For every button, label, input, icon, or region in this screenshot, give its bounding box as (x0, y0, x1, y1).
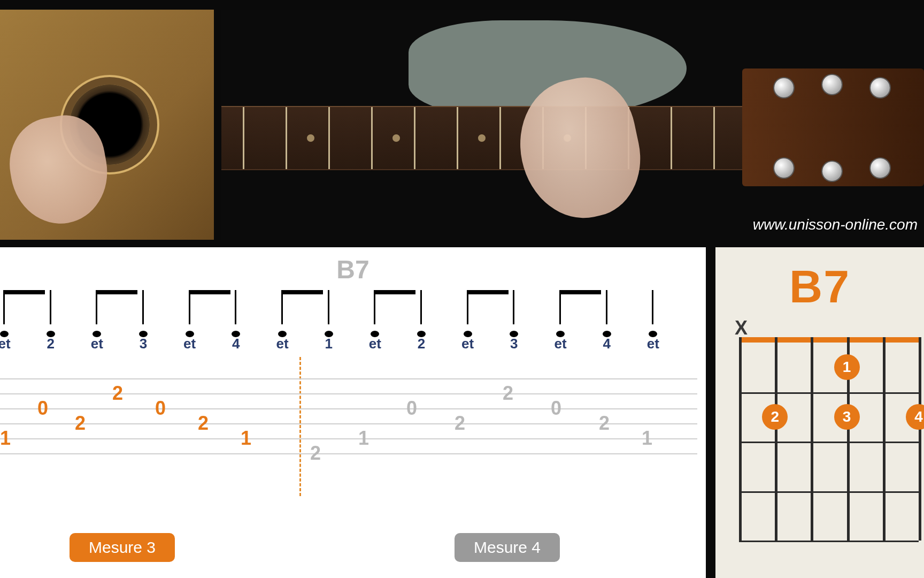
rhythm-notation: et2et3et4et1et2et3et4et (0, 290, 697, 349)
lesson-frame: www.unisson-online.com B7 et2et3et4et1et… (0, 0, 924, 578)
diagram-string (811, 337, 813, 541)
beat-count: et (359, 336, 391, 352)
tab-string-line (0, 378, 697, 379)
diagram-string (919, 337, 921, 541)
beat-count: et (174, 336, 206, 352)
beat-count: 1 (313, 336, 345, 352)
chord-diagram-panel: B7 X 1234 (715, 247, 924, 578)
fret-marker-dot (478, 134, 486, 142)
tab-fret-number: 2 (455, 412, 465, 435)
beat-count: et (0, 336, 20, 352)
beam (189, 290, 230, 294)
tab-string-line (0, 453, 697, 454)
current-chord-label: B7 (336, 255, 369, 284)
fret-marker-dot (307, 134, 314, 142)
diagram-fret (739, 491, 919, 493)
tab-fret-number: 1 (358, 427, 369, 450)
note-stem (50, 290, 51, 324)
tuning-peg (822, 75, 842, 94)
note-stem (142, 290, 144, 324)
beam (467, 290, 509, 294)
bar-divider (299, 357, 301, 496)
finger-marker: 3 (834, 404, 860, 430)
chord-grid: 1234 (739, 337, 919, 541)
tab-string-line (0, 438, 697, 439)
beam (559, 290, 601, 294)
beat-count: et (81, 336, 113, 352)
tablature-panel: B7 et2et3et4et1et2et3et4et 1022021210220… (0, 247, 706, 578)
beat-count: 2 (35, 336, 67, 352)
note-stem (420, 290, 422, 324)
fret-wire (713, 107, 715, 169)
note-stem (606, 290, 607, 324)
fret-marker-dot (392, 134, 400, 142)
finger-marker: 2 (762, 404, 788, 430)
beat-count: 3 (498, 336, 530, 352)
tab-string-line (0, 423, 697, 424)
tuning-peg (871, 158, 890, 178)
note-stem (281, 290, 283, 324)
diagram-string (739, 337, 742, 541)
fret-wire (457, 107, 458, 169)
tab-fret-number: 1 (642, 427, 652, 450)
note-stem (96, 290, 97, 324)
finger-marker: 1 (834, 354, 860, 380)
beat-count: et (637, 336, 669, 352)
note-stem (513, 290, 514, 324)
finger-marker: 4 (906, 404, 924, 430)
note-stem (328, 290, 329, 324)
beam (374, 290, 415, 294)
tab-fret-number: 2 (599, 412, 610, 435)
note-stem (374, 290, 375, 324)
tab-string-line (0, 393, 697, 394)
tab-fret-number: 2 (310, 442, 321, 465)
muted-string-marker: X (735, 317, 748, 339)
tuning-peg (774, 158, 794, 178)
measure-badge-active: Mesure 3 (70, 533, 175, 562)
guitar-neck (221, 106, 817, 170)
tuning-peg (871, 78, 890, 97)
chord-name: B7 (789, 260, 850, 313)
video-strumming-hand (0, 10, 214, 240)
diagram-string (883, 337, 886, 541)
beat-count: et (544, 336, 576, 352)
instruction-area: B7 et2et3et4et1et2et3et4et 1022021210220… (0, 247, 924, 578)
tab-fret-number: 0 (155, 397, 166, 420)
watermark-url: www.unisson-online.com (753, 216, 918, 233)
note-stem (235, 290, 236, 324)
diagram-fret (739, 392, 919, 394)
tab-fret-number: 0 (551, 397, 561, 420)
diagram-fret (739, 541, 919, 542)
note-stem (189, 290, 190, 324)
beat-count: 4 (220, 336, 252, 352)
guitar-headstock (742, 69, 924, 186)
tab-fret-number: 1 (0, 427, 11, 450)
tab-fret-number: 2 (198, 412, 209, 435)
video-row: www.unisson-online.com (0, 10, 924, 240)
chord-nut (739, 337, 919, 343)
beam (281, 290, 323, 294)
beam (3, 290, 45, 294)
beat-count: et (452, 336, 484, 352)
tab-fret-number: 2 (75, 412, 86, 435)
fret-wire (243, 107, 244, 169)
beam (96, 290, 137, 294)
tab-fret-number: 1 (241, 427, 251, 450)
measure-badge-idle: Mesure 4 (455, 533, 560, 562)
beat-count: 2 (405, 336, 437, 352)
diagram-string (775, 337, 777, 541)
tab-fret-number: 0 (406, 397, 417, 420)
tuning-peg (774, 78, 794, 97)
note-stem (652, 290, 653, 324)
note-stem (559, 290, 561, 324)
video-fretting-hand: www.unisson-online.com (221, 10, 924, 240)
tuning-peg (822, 162, 842, 181)
tab-fret-number: 2 (503, 382, 513, 405)
fret-wire (414, 107, 415, 169)
fret-wire (371, 107, 373, 169)
fret-wire (328, 107, 330, 169)
beat-count: 4 (591, 336, 623, 352)
note-stem (3, 290, 5, 324)
note-stem (467, 290, 468, 324)
diagram-fret (739, 442, 919, 443)
